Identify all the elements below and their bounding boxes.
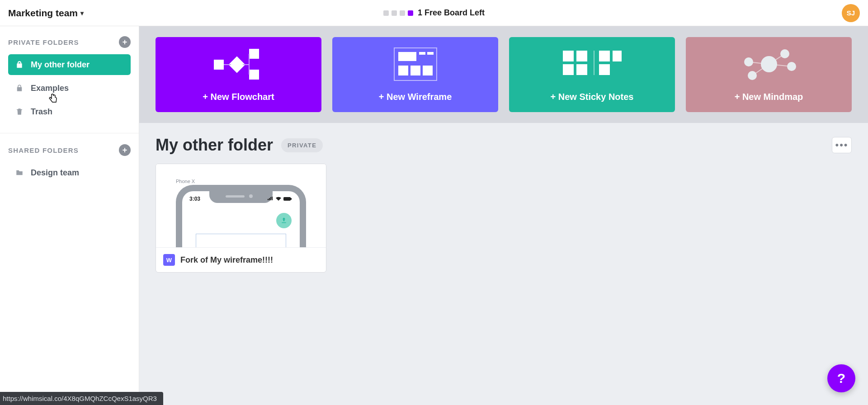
browser-status-url: https://whimsical.co/4X8qGMQhZCcQexS1asy… xyxy=(0,392,163,405)
sidebar-item-label: Design team xyxy=(31,168,79,178)
board-dot-used xyxy=(383,10,389,16)
user-avatar[interactable]: SJ xyxy=(842,4,860,22)
shared-folders-heading: SHARED FOLDERS xyxy=(8,146,79,154)
avatar-initials: SJ xyxy=(847,9,855,17)
svg-rect-10 xyxy=(423,66,433,75)
trash-icon xyxy=(14,108,24,116)
phone-mock-icon: 3:03 xyxy=(176,185,306,247)
folder-privacy-badge: PRIVATE xyxy=(281,138,323,152)
flowchart-icon xyxy=(156,46,321,82)
folder-more-button[interactable]: ••• xyxy=(832,137,852,153)
sidebar-item-examples[interactable]: Examples xyxy=(8,78,131,99)
sticky-notes-icon xyxy=(509,46,675,82)
add-private-folder-button[interactable]: + xyxy=(119,36,131,48)
board-dot-used xyxy=(392,10,397,16)
svg-rect-0 xyxy=(214,60,224,70)
svg-rect-15 xyxy=(594,51,594,75)
svg-rect-14 xyxy=(576,64,587,75)
new-sticky-notes-card[interactable]: + New Sticky Notes xyxy=(509,37,675,112)
svg-point-25 xyxy=(748,71,757,80)
svg-rect-18 xyxy=(613,51,622,61)
board-card[interactable]: Phone X 3:03 xyxy=(156,164,326,273)
signal-wifi-battery-icon xyxy=(267,197,292,201)
wireframe-icon xyxy=(332,46,498,82)
svg-rect-2 xyxy=(249,49,259,59)
board-card-footer: W Fork of My wireframe!!!! xyxy=(156,247,326,272)
svg-rect-3 xyxy=(249,70,259,80)
svg-rect-9 xyxy=(410,66,420,75)
svg-rect-6 xyxy=(419,52,425,55)
free-boards-indicator[interactable]: 1 Free Board Left xyxy=(383,8,485,18)
new-flowchart-card[interactable]: + New Flowchart xyxy=(156,37,321,112)
board-title: Fork of My wireframe!!!! xyxy=(180,255,273,265)
svg-rect-5 xyxy=(398,52,416,61)
private-folders-heading: PRIVATE FOLDERS xyxy=(8,38,79,46)
sidebar-item-design-team[interactable]: Design team xyxy=(8,162,131,183)
svg-rect-12 xyxy=(576,51,587,61)
lock-icon xyxy=(14,84,24,92)
preview-device-label: Phone X xyxy=(176,179,195,184)
help-button[interactable]: ? xyxy=(827,364,855,392)
svg-rect-13 xyxy=(563,64,574,75)
sidebar-item-trash[interactable]: Trash xyxy=(8,101,131,122)
sidebar-item-my-other-folder[interactable]: My other folder xyxy=(8,54,131,75)
svg-rect-7 xyxy=(427,52,434,55)
folder-title: My other folder xyxy=(156,136,273,155)
add-shared-folder-button[interactable]: + xyxy=(119,144,131,156)
team-name: Marketing team xyxy=(8,8,78,19)
preview-time: 3:03 xyxy=(189,196,200,202)
svg-rect-28 xyxy=(283,197,291,201)
folder-area: My other folder PRIVATE ••• Phone X 3:03 xyxy=(139,123,868,285)
svg-rect-29 xyxy=(291,198,292,200)
team-switcher[interactable]: Marketing team ▾ xyxy=(8,8,84,19)
board-dot-used xyxy=(400,10,405,16)
lock-icon xyxy=(14,61,24,69)
preview-action-icon xyxy=(276,213,292,228)
sidebar-item-label: Examples xyxy=(31,84,69,93)
board-type-initial: W xyxy=(166,257,172,264)
create-card-label: + New Flowchart xyxy=(203,92,274,102)
svg-rect-1 xyxy=(228,57,245,73)
folder-icon xyxy=(14,169,24,177)
sidebar: PRIVATE FOLDERS + My other folder Exampl… xyxy=(0,26,139,405)
create-card-label: + New Wireframe xyxy=(379,92,452,102)
top-bar: Marketing team ▾ 1 Free Board Left SJ xyxy=(0,0,868,26)
create-card-label: + New Mindmap xyxy=(735,92,803,102)
chevron-down-icon: ▾ xyxy=(80,9,84,17)
new-mindmap-card[interactable]: + New Mindmap xyxy=(686,37,852,112)
board-dot-remaining xyxy=(408,10,413,16)
sidebar-item-label: My other folder xyxy=(31,60,90,70)
boards-grid: Phone X 3:03 xyxy=(156,164,852,273)
sidebar-item-label: Trash xyxy=(31,107,52,117)
svg-rect-11 xyxy=(563,51,574,61)
private-folders-section: PRIVATE FOLDERS + My other folder Exampl… xyxy=(0,36,139,125)
svg-rect-8 xyxy=(398,66,408,75)
create-card-label: + New Sticky Notes xyxy=(551,92,634,102)
create-board-row: + New Flowchart + New Wireframe xyxy=(139,26,868,123)
help-icon: ? xyxy=(837,371,845,386)
svg-point-23 xyxy=(761,56,777,72)
shared-folders-section: SHARED FOLDERS + Design team xyxy=(0,133,139,186)
board-preview: Phone X 3:03 xyxy=(156,164,326,247)
svg-rect-17 xyxy=(599,64,610,75)
svg-point-24 xyxy=(744,57,753,66)
boards-dots xyxy=(383,10,413,16)
svg-point-26 xyxy=(780,49,789,58)
svg-rect-16 xyxy=(599,51,610,61)
folder-header: My other folder PRIVATE ••• xyxy=(156,136,852,155)
free-boards-label: 1 Free Board Left xyxy=(418,8,485,18)
main-content: + New Flowchart + New Wireframe xyxy=(139,26,868,405)
board-type-chip: W xyxy=(163,254,175,266)
svg-point-27 xyxy=(787,62,796,71)
new-wireframe-card[interactable]: + New Wireframe xyxy=(332,37,498,112)
mindmap-icon xyxy=(686,46,852,82)
